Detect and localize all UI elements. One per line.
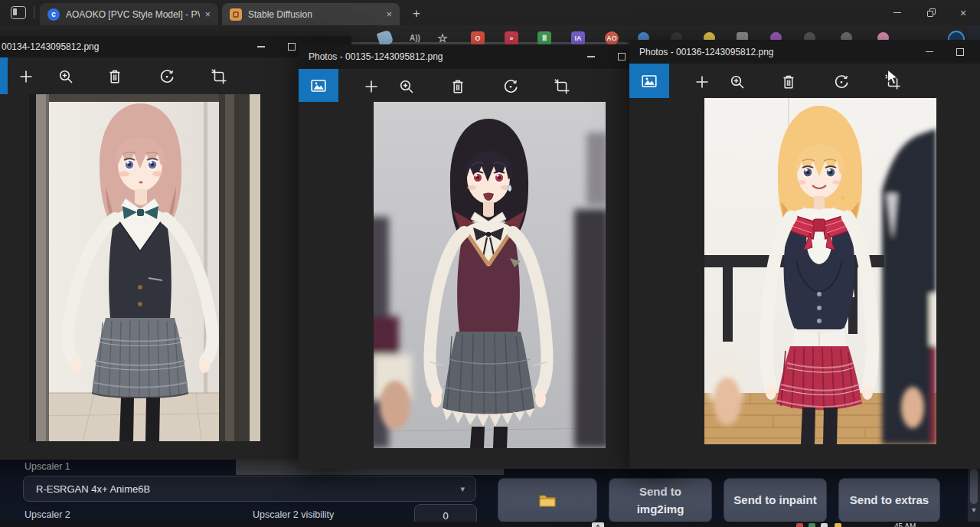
tab-divider bbox=[34, 6, 34, 18]
photo-image-00136[interactable] bbox=[704, 98, 936, 444]
zoom-in-button[interactable] bbox=[728, 73, 745, 90]
window-title: Photos - 00135-1243095812.png bbox=[309, 51, 443, 62]
add-button[interactable] bbox=[362, 77, 379, 94]
photo-image-00135[interactable] bbox=[374, 102, 606, 448]
taskbar: ^ 45 AM bbox=[0, 522, 980, 527]
window-titlebar: Photos - 00135-1243095812.png bbox=[299, 44, 681, 69]
tab-label: Stable Diffusion bbox=[248, 9, 381, 20]
crop-button[interactable] bbox=[210, 67, 227, 84]
gallery-view-button[interactable] bbox=[299, 69, 338, 102]
tab-label: AOAOKO [PVC Style Model] - PV bbox=[66, 9, 200, 20]
gallery-view-button[interactable] bbox=[0, 57, 8, 94]
photo-image-00134[interactable] bbox=[29, 94, 260, 441]
tray-icon[interactable] bbox=[808, 523, 815, 527]
tab-close-icon[interactable]: × bbox=[386, 8, 392, 20]
scrollbar-thumb[interactable] bbox=[970, 469, 978, 504]
extension-icon-green[interactable]: Ⅲ bbox=[537, 31, 551, 45]
read-aloud-icon[interactable]: A)) bbox=[408, 31, 422, 45]
delete-button[interactable] bbox=[449, 77, 466, 94]
mouse-cursor bbox=[887, 69, 902, 86]
minimize-button[interactable] bbox=[246, 36, 276, 57]
tray-chevron-icon[interactable]: ^ bbox=[592, 522, 604, 527]
taskbar-clock[interactable]: 45 AM bbox=[894, 522, 916, 527]
open-folder-button[interactable] bbox=[498, 478, 597, 522]
add-button[interactable] bbox=[17, 67, 34, 84]
extension-icon-ao[interactable]: AO bbox=[605, 31, 619, 45]
window-title: 00134-1243095812.png bbox=[2, 41, 99, 52]
tab-switcher-icon[interactable] bbox=[11, 6, 26, 19]
tray-icon[interactable] bbox=[821, 523, 828, 527]
zoom-in-button[interactable] bbox=[57, 67, 74, 84]
desktop: c AOAOKO [PVC Style Model] - PV × Stable… bbox=[0, 0, 980, 527]
extension-icon-red-o[interactable]: O bbox=[471, 31, 485, 45]
scrollbar-down-arrow-icon[interactable]: ▼ bbox=[968, 506, 980, 514]
send-to-extras-button[interactable]: Send to extras bbox=[838, 478, 940, 522]
extension-icon-ia[interactable]: IA bbox=[571, 31, 585, 45]
folder-icon bbox=[538, 493, 557, 508]
delete-button[interactable] bbox=[106, 67, 122, 84]
add-button[interactable] bbox=[693, 73, 710, 90]
tray-icon[interactable] bbox=[796, 523, 803, 527]
civitai-favicon-icon: c bbox=[47, 8, 60, 21]
minimize-button[interactable] bbox=[576, 44, 606, 69]
crop-button[interactable] bbox=[553, 77, 570, 94]
browser-tab-stable-diffusion[interactable]: Stable Diffusion × bbox=[222, 3, 400, 25]
browser-tab-bar: c AOAOKO [PVC Style Model] - PV × Stable… bbox=[0, 0, 980, 25]
upscaler1-label: Upscaler 1 bbox=[24, 461, 70, 472]
gallery-view-button[interactable] bbox=[629, 64, 669, 98]
stable-diffusion-favicon-icon bbox=[230, 8, 242, 21]
browser-close-button[interactable]: × bbox=[946, 0, 980, 25]
upscaler1-value: R-ESRGAN 4x+ Anime6B bbox=[36, 483, 460, 495]
rotate-button[interactable] bbox=[501, 77, 518, 94]
browser-restore-button[interactable] bbox=[914, 0, 948, 25]
minimize-button[interactable] bbox=[914, 40, 945, 64]
upscaler2-visibility-label: Upscaler 2 visibility bbox=[253, 509, 334, 520]
tab-close-icon[interactable]: × bbox=[204, 8, 211, 20]
extension-icon-chevrons[interactable]: » bbox=[505, 31, 518, 45]
browser-tab-aoaoko[interactable]: c AOAOKO [PVC Style Model] - PV × bbox=[40, 3, 218, 25]
upscaler2-label: Upscaler 2 bbox=[24, 509, 70, 520]
chevron-down-icon: ▾ bbox=[460, 484, 465, 494]
send-to-inpaint-button[interactable]: Send to inpaint bbox=[724, 478, 827, 522]
delete-button[interactable] bbox=[779, 73, 796, 90]
browser-minimize-button[interactable] bbox=[880, 0, 914, 25]
rotate-button[interactable] bbox=[158, 67, 175, 84]
window-title: Photos - 00136-1243095812.png bbox=[639, 47, 773, 57]
zoom-in-button[interactable] bbox=[397, 77, 414, 94]
photos-window-00135: Photos - 00135-1243095812.png bbox=[299, 44, 681, 469]
rotate-button[interactable] bbox=[832, 73, 849, 90]
window-titlebar: Photos - 00136-1243095812.png bbox=[629, 40, 980, 64]
favorites-star-icon[interactable]: ☆ bbox=[436, 31, 449, 45]
photos-toolbar bbox=[629, 64, 980, 98]
new-tab-button[interactable]: + bbox=[408, 5, 425, 22]
send-to-img2img-button[interactable]: Send to img2img bbox=[609, 478, 712, 522]
maximize-button[interactable] bbox=[945, 40, 975, 64]
photos-window-00136: Photos - 00136-1243095812.png bbox=[629, 40, 980, 469]
close-button[interactable] bbox=[975, 40, 980, 64]
photos-toolbar bbox=[299, 69, 681, 102]
upscaler1-dropdown[interactable]: R-ESRGAN 4x+ Anime6B ▾ bbox=[23, 476, 476, 502]
tray-icon[interactable] bbox=[835, 523, 841, 527]
